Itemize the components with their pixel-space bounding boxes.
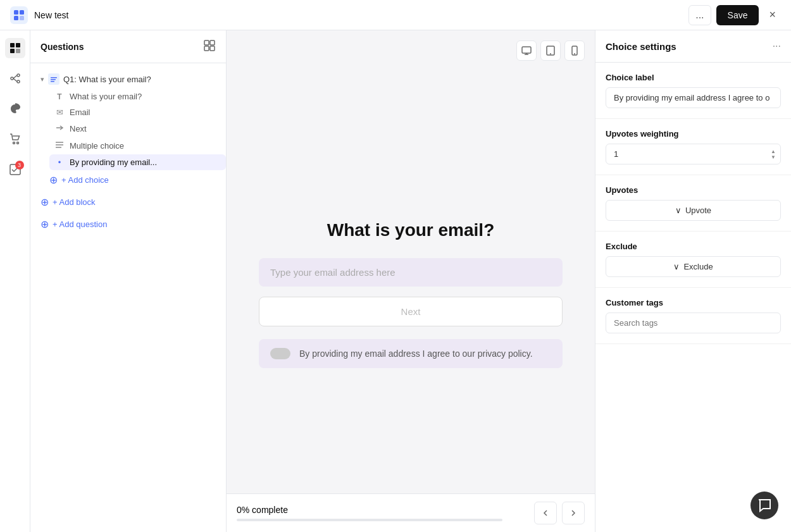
upvotes-weighting-section: Upvotes weighting ▲ ▼ <box>595 119 791 175</box>
svg-rect-6 <box>10 49 15 53</box>
add-choice-button[interactable]: ⊕ + Add choice <box>30 170 226 190</box>
text-icon: T <box>54 92 65 101</box>
progress-bar-area: 0% complete <box>227 493 595 532</box>
svg-rect-3 <box>20 16 24 20</box>
save-button[interactable]: Save <box>716 5 759 25</box>
chevron-down-icon: ▾ <box>40 75 44 84</box>
canvas-preview: What is your email? Type your email addr… <box>227 30 595 532</box>
chat-bubble-button[interactable] <box>751 492 778 519</box>
exclude-dropdown[interactable]: ∨ Exclude <box>606 256 781 277</box>
svg-rect-18 <box>204 46 209 51</box>
child-email[interactable]: ✉ Email <box>49 104 226 120</box>
svg-point-14 <box>16 142 18 144</box>
right-panel-header: Choice settings ··· <box>595 30 791 63</box>
progress-nav <box>534 502 585 524</box>
add-block-button[interactable]: ⊕ + Add block <box>30 192 226 212</box>
next-button[interactable] <box>562 502 585 524</box>
right-panel-more-button[interactable]: ··· <box>773 40 781 52</box>
nav-theme[interactable] <box>5 99 25 119</box>
chevron-down-icon-2: ∨ <box>673 262 680 271</box>
choice-label-section: Choice label <box>595 63 791 119</box>
topbar: New test ... Save × <box>0 0 791 30</box>
layout-icon[interactable] <box>203 39 216 54</box>
svg-point-10 <box>17 80 20 83</box>
question-type-icon <box>48 73 59 85</box>
question-group-label: Q1: What is your email? <box>63 75 151 84</box>
progress-info: 0% complete <box>237 505 502 521</box>
svg-rect-7 <box>16 49 20 53</box>
svg-rect-19 <box>210 46 215 51</box>
svg-rect-16 <box>204 40 209 45</box>
upvotes-weighting-title: Upvotes weighting <box>606 129 781 139</box>
question-children: T What is your email? ✉ Email Next <box>30 89 226 170</box>
plus-icon: ⊕ <box>49 174 58 186</box>
bullet-icon: • <box>54 158 65 167</box>
canvas: What is your email? Type your email addr… <box>227 30 595 532</box>
arrow-up-icon[interactable]: ▲ <box>771 149 776 154</box>
progress-track <box>237 519 502 521</box>
svg-rect-21 <box>51 79 56 80</box>
child-title-label: What is your email? <box>70 92 142 101</box>
customer-tags-section: Customer tags <box>595 288 791 344</box>
svg-point-8 <box>11 77 13 80</box>
add-question-button[interactable]: ⊕ + Add question <box>30 214 226 234</box>
choice-label-title: Choice label <box>606 73 781 82</box>
choice-label-input[interactable] <box>606 87 781 108</box>
svg-rect-22 <box>51 81 54 82</box>
canvas-question-title: What is your email? <box>327 220 495 240</box>
svg-line-11 <box>13 75 17 78</box>
next-button-preview[interactable]: Next <box>259 297 563 326</box>
number-arrows: ▲ ▼ <box>771 149 776 159</box>
child-next-label: Next <box>70 124 87 133</box>
next-icon <box>54 123 65 134</box>
nav-cart[interactable] <box>5 129 25 149</box>
main-content: 3 Questions ▾ Q1: What is your email? <box>0 30 791 532</box>
questions-panel: Questions ▾ Q1: What is your email? T <box>30 30 227 532</box>
child-title[interactable]: T What is your email? <box>49 89 226 104</box>
chevron-down-icon: ∨ <box>675 206 682 215</box>
questions-list: ▾ Q1: What is your email? T What is your… <box>30 63 226 532</box>
canvas-toolbar <box>516 40 585 61</box>
svg-rect-2 <box>14 16 18 20</box>
svg-rect-4 <box>10 43 15 47</box>
child-privacy-choice[interactable]: • By providing my email... <box>49 154 226 170</box>
desktop-view-button[interactable] <box>516 40 537 61</box>
exclude-section: Exclude ∨ Exclude <box>595 232 791 288</box>
nav-tasks[interactable]: 3 <box>5 159 25 180</box>
right-panel: Choice settings ··· Choice label Upvotes… <box>595 30 791 532</box>
nav-branch[interactable] <box>5 68 25 89</box>
close-button[interactable]: × <box>764 6 781 24</box>
customer-tags-title: Customer tags <box>606 298 781 307</box>
child-privacy-label: By providing my email... <box>70 158 157 167</box>
child-email-label: Email <box>70 108 90 117</box>
tablet-view-button[interactable] <box>540 40 561 61</box>
progress-text: 0% complete <box>237 505 288 515</box>
search-tags-input[interactable] <box>606 312 781 333</box>
question-group-1: ▾ Q1: What is your email? T What is your… <box>30 70 226 190</box>
email-input-preview[interactable]: Type your email address here <box>259 258 563 287</box>
nav-questions[interactable] <box>5 38 25 58</box>
more-options-button[interactable]: ... <box>688 5 711 25</box>
svg-point-13 <box>13 142 15 144</box>
list-icon <box>54 140 65 151</box>
upvotes-weighting-input[interactable] <box>606 144 781 164</box>
email-placeholder: Type your email address here <box>270 267 396 278</box>
child-multiple-choice[interactable]: Multiple choice <box>49 137 226 154</box>
upvotes-dropdown[interactable]: ∨ Upvote <box>606 200 781 221</box>
icon-sidebar: 3 <box>0 30 30 532</box>
privacy-text: By providing my email address I agree to… <box>299 349 533 359</box>
exclude-title: Exclude <box>606 242 781 251</box>
mobile-view-button[interactable] <box>564 40 585 61</box>
prev-button[interactable] <box>534 502 557 524</box>
svg-rect-5 <box>16 43 20 47</box>
svg-rect-20 <box>51 77 57 78</box>
question-group-header[interactable]: ▾ Q1: What is your email? <box>30 70 226 89</box>
plus-icon-question: ⊕ <box>40 218 49 230</box>
svg-rect-26 <box>522 47 531 53</box>
child-multiple-choice-label: Multiple choice <box>70 141 124 151</box>
privacy-toggle[interactable] <box>270 348 290 359</box>
child-next[interactable]: Next <box>49 120 226 137</box>
svg-rect-1 <box>20 10 24 15</box>
arrow-down-icon[interactable]: ▼ <box>771 154 776 159</box>
tasks-badge: 3 <box>15 161 24 170</box>
